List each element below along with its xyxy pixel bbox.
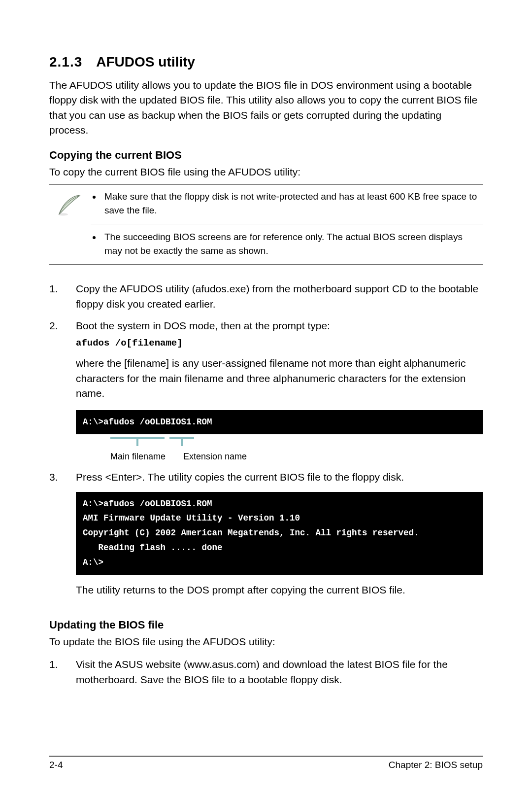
note-item: The succeeding BIOS screens are for refe… xyxy=(101,230,483,257)
step-item: 3. Press <Enter>. The utility copies the… xyxy=(49,470,483,610)
step-number: 1. xyxy=(49,657,76,687)
step-text: Press <Enter>. The utility copies the cu… xyxy=(76,470,483,485)
after-terminal-text: The utility returns to the DOS prompt af… xyxy=(76,583,483,597)
copying-lead: To copy the current BIOS file using the … xyxy=(49,165,483,179)
svg-point-0 xyxy=(58,213,68,216)
step-number: 1. xyxy=(49,281,76,312)
step-number: 2. xyxy=(49,318,76,463)
copying-heading: Copying the current BIOS xyxy=(49,149,483,162)
terminal-output: A:\>afudos /oOLDBIOS1.ROM xyxy=(76,410,483,435)
terminal-callouts: Main filename Extension name xyxy=(76,437,483,455)
section-number: 2.1.3 xyxy=(49,54,82,70)
page-number: 2-4 xyxy=(49,760,63,770)
note-list: Make sure that the floppy disk is not wr… xyxy=(91,190,483,257)
step-number: 3. xyxy=(49,470,76,610)
section-heading: 2.1.3AFUDOS utility xyxy=(49,54,483,70)
section-title-text: AFUDOS utility xyxy=(96,54,195,70)
step-item: 2. Boot the system in DOS mode, then at … xyxy=(49,318,483,463)
step-text: Boot the system in DOS mode, then at the… xyxy=(76,318,483,333)
note-separator xyxy=(91,224,483,224)
callout-main-filename: Main filename xyxy=(110,450,166,463)
command-line: afudos /o[filename] xyxy=(76,337,483,350)
steps-list-updating: 1. Visit the ASUS website (www.asus.com)… xyxy=(49,657,483,687)
callout-extension-name: Extension name xyxy=(183,450,247,463)
feather-pen-icon xyxy=(49,190,91,257)
steps-list-copying: 1. Copy the AFUDOS utility (afudos.exe) … xyxy=(49,281,483,610)
terminal-output: A:\>afudos /oOLDBIOS1.ROM AMI Firmware U… xyxy=(76,492,483,575)
page-footer: 2-4 Chapter 2: BIOS setup xyxy=(49,756,483,770)
footer-rule xyxy=(49,756,483,757)
chapter-label: Chapter 2: BIOS setup xyxy=(389,760,483,770)
step-text: Copy the AFUDOS utility (afudos.exe) fro… xyxy=(76,281,483,312)
step-text: Visit the ASUS website (www.asus.com) an… xyxy=(76,657,483,687)
updating-heading: Updating the BIOS file xyxy=(49,619,483,631)
updating-lead: To update the BIOS file using the AFUDOS… xyxy=(49,634,483,649)
note-item: Make sure that the floppy disk is not wr… xyxy=(101,190,483,217)
step-after-text: where the [filename] is any user-assigne… xyxy=(76,356,483,401)
step-item: 1. Copy the AFUDOS utility (afudos.exe) … xyxy=(49,281,483,312)
note-block: Make sure that the floppy disk is not wr… xyxy=(49,184,483,265)
document-page: 2.1.3AFUDOS utility The AFUDOS utility a… xyxy=(0,0,532,802)
intro-paragraph: The AFUDOS utility allows you to update … xyxy=(49,78,483,138)
step-item: 1. Visit the ASUS website (www.asus.com)… xyxy=(49,657,483,687)
